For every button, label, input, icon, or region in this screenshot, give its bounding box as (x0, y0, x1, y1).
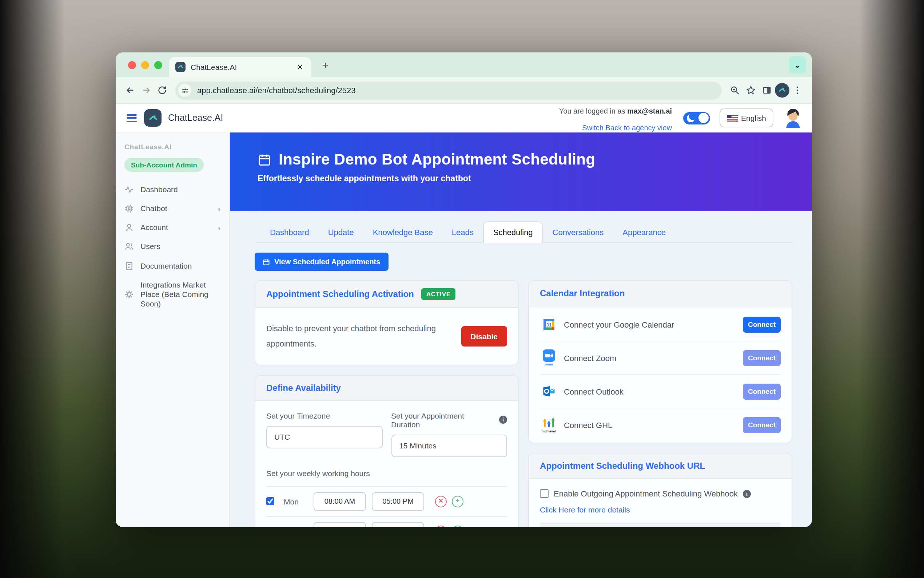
info-icon[interactable]: i (743, 490, 751, 498)
sidebar-brand-label: ChatLease.AI (125, 143, 220, 151)
user-avatar[interactable] (783, 108, 803, 128)
reload-icon[interactable] (154, 82, 170, 98)
activation-title: Appointment Scheduling Activation (266, 289, 414, 299)
activity-icon (125, 185, 134, 194)
new-tab-icon[interactable]: + (322, 59, 328, 71)
sidebar-nav: Dashboard Chatbot › Account › Users (125, 185, 220, 308)
remove-slot-icon[interactable]: ✕ (435, 496, 447, 507)
page-tabs: Dashboard Update Knowledge Base Leads Sc… (255, 221, 792, 243)
day-row-tue: Tue ✕ + (266, 516, 507, 527)
webhook-title: Appointment Scheduling Webhook URL (540, 461, 705, 471)
browser-profile-avatar[interactable] (775, 83, 790, 97)
sidebar-item-integrations[interactable]: Integrations Market Place (Beta Coming S… (125, 280, 220, 308)
users-icon (125, 242, 134, 252)
sidebar-item-users[interactable]: Users (125, 242, 220, 252)
minimize-window-button[interactable] (141, 61, 149, 69)
connect-google-button[interactable]: Connect (743, 316, 781, 332)
chevron-down-icon[interactable]: ⌄ (789, 56, 806, 73)
timezone-select[interactable]: UTC (266, 426, 382, 448)
maximize-window-button[interactable] (154, 61, 162, 69)
svg-text:31: 31 (546, 322, 552, 328)
mon-start-time-input[interactable] (314, 492, 366, 511)
page-content: Dashboard Update Knowledge Base Leads Sc… (230, 211, 812, 527)
sidebar-item-documentation[interactable]: Documentation (125, 261, 220, 270)
duration-select[interactable]: 15 Minutes (391, 435, 507, 457)
sidebar: ChatLease.AI Sub-Account Admin Dashboard… (116, 133, 230, 527)
tue-start-time-input[interactable] (314, 522, 366, 527)
side-panel-icon[interactable] (759, 82, 775, 98)
connect-outlook-button[interactable]: Connect (743, 383, 781, 399)
tab-dashboard[interactable]: Dashboard (261, 222, 319, 242)
availability-title: Define Availability (266, 383, 341, 393)
add-slot-icon[interactable]: + (452, 496, 463, 507)
moon-icon (686, 114, 694, 122)
close-window-button[interactable] (128, 61, 136, 69)
mon-checkbox[interactable] (266, 498, 274, 506)
browser-window: ChatLease.AI ✕ + ⌄ app.chatlease.ai/en/c… (116, 52, 812, 527)
tue-end-time-input[interactable] (372, 522, 424, 527)
page-title: Inspire Demo Bot Appointment Scheduling (257, 151, 812, 168)
page-banner: Inspire Demo Bot Appointment Scheduling … (230, 133, 812, 211)
disable-button[interactable]: Disable (461, 326, 507, 346)
zoom-icon[interactable] (727, 82, 743, 98)
webhook-card: Appointment Scheduling Webhook URL Enabl… (528, 453, 792, 527)
tab-appearance[interactable]: Appearance (613, 222, 675, 242)
add-slot-icon[interactable]: + (452, 526, 463, 527)
login-info: You are logged in as max@stan.ai Switch … (559, 101, 672, 135)
integration-row-outlook: Connect Outlook Connect (540, 374, 781, 408)
integration-label: Connect Outlook (564, 387, 743, 396)
browser-menu-icon[interactable] (790, 82, 806, 98)
duration-label: Set your Appointment Duration (391, 411, 495, 429)
logged-in-text: You are logged in as max@stan.ai (559, 107, 672, 115)
view-scheduled-appointments-button[interactable]: View Scheduled Appointments (255, 253, 388, 271)
connect-zoom-button[interactable]: Connect (743, 350, 781, 366)
switch-agency-link[interactable]: Switch Back to agency view (582, 124, 672, 132)
mon-end-time-input[interactable] (372, 492, 424, 511)
url-text: app.chatlease.ai/en/chatbot/scheduling/2… (197, 86, 355, 95)
bookmark-star-icon[interactable] (743, 82, 759, 98)
info-icon[interactable]: i (499, 416, 507, 424)
calendar-icon (263, 258, 270, 265)
dark-mode-toggle[interactable] (683, 112, 710, 124)
calendar-integration-header: Calendar Integration (529, 281, 791, 307)
browser-tab-strip: ChatLease.AI ✕ + ⌄ (116, 52, 812, 77)
tab-knowledge-base[interactable]: Knowledge Base (363, 222, 442, 242)
connect-ghl-button[interactable]: Connect (743, 417, 781, 433)
chevron-right-icon: › (218, 224, 220, 232)
remove-slot-icon[interactable]: ✕ (435, 526, 447, 527)
tab-title: ChatLease.AI (191, 63, 295, 71)
gear-icon (125, 290, 134, 299)
person-icon (125, 223, 134, 232)
tab-update[interactable]: Update (319, 222, 363, 242)
calendar-icon (257, 153, 271, 166)
app-header: ChatLease.AI You are logged in as max@st… (116, 104, 812, 133)
activation-card: Appointment Scheduling Activation ACTIVE… (255, 280, 519, 365)
language-selector[interactable]: English (719, 109, 774, 127)
tab-scheduling[interactable]: Scheduling (483, 221, 543, 243)
toggle-knob (698, 113, 708, 123)
integration-label: Connect Zoom (564, 354, 743, 362)
webhook-checkbox[interactable] (540, 489, 549, 498)
sidebar-item-chatbot[interactable]: Chatbot › (125, 204, 220, 213)
google-calendar-icon: 31 (540, 318, 557, 331)
integration-label: Connect your Google Calendar (564, 320, 743, 329)
menu-hamburger-icon[interactable] (126, 114, 137, 122)
back-icon[interactable] (122, 82, 138, 98)
tab-conversations[interactable]: Conversations (543, 222, 613, 242)
sidebar-item-account[interactable]: Account › (125, 223, 220, 232)
browser-tab[interactable]: ChatLease.AI ✕ (169, 57, 311, 77)
forward-icon[interactable] (138, 82, 154, 98)
us-flag-icon (727, 115, 737, 121)
logged-in-user: max@stan.ai (627, 107, 672, 115)
tab-leads[interactable]: Leads (442, 222, 483, 242)
page-subtitle: Effortlessly schedule appointments with … (257, 174, 812, 183)
tab-close-icon[interactable]: ✕ (295, 62, 305, 72)
address-bar[interactable]: app.chatlease.ai/en/chatbot/scheduling/2… (175, 81, 722, 99)
status-badge: ACTIVE (421, 288, 456, 300)
site-settings-icon[interactable] (178, 84, 191, 97)
day-label: Mon (284, 497, 308, 506)
webhook-details-link[interactable]: Click Here for more details (540, 505, 781, 514)
app-logo (144, 109, 162, 127)
integration-row-ghl: highlevel Connect GHL Connect (540, 408, 781, 441)
sidebar-item-dashboard[interactable]: Dashboard (125, 185, 220, 194)
